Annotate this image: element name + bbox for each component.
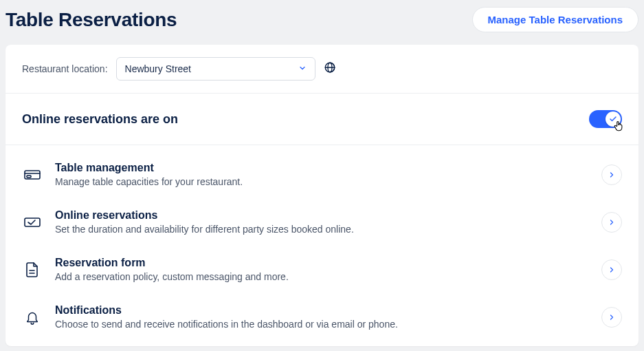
list-title: Reservation form [55, 257, 589, 269]
location-selected-value: Newbury Street [125, 63, 191, 74]
settings-card: Restaurant location: Newbury Street Onli… [5, 45, 639, 346]
list-text: Notifications Choose to send and receive… [55, 304, 589, 330]
form-icon [22, 262, 43, 278]
list-desc: Set the duration and availability for di… [55, 224, 589, 235]
toggle-knob [606, 111, 621, 127]
list-desc: Add a reservation policy, custom messagi… [55, 271, 589, 282]
chevron-right-icon [601, 164, 622, 185]
chevron-right-icon [601, 212, 622, 233]
list-title: Online reservations [55, 209, 589, 222]
list-title: Table management [55, 162, 589, 174]
toggle-label: Online reservations are on [22, 112, 178, 127]
check-icon [609, 115, 617, 123]
online-reservations-item[interactable]: Online reservations Set the duration and… [5, 198, 639, 246]
calendar-check-icon [22, 215, 43, 229]
chevron-right-icon [601, 307, 622, 328]
manage-reservations-button[interactable]: Manage Table Reservations [472, 7, 639, 32]
list-text: Reservation form Add a reservation polic… [55, 257, 589, 282]
table-icon [22, 168, 43, 182]
reservation-form-item[interactable]: Reservation form Add a reservation polic… [5, 246, 639, 293]
table-management-item[interactable]: Table management Manage table capacities… [5, 151, 639, 198]
idea-icon[interactable] [324, 61, 336, 76]
list-text: Online reservations Set the duration and… [55, 209, 589, 235]
online-reservations-toggle-row: Online reservations are on [5, 94, 639, 145]
online-reservations-toggle[interactable] [589, 110, 622, 128]
bell-icon [22, 309, 43, 326]
chevron-down-icon [298, 63, 307, 75]
location-row: Restaurant location: Newbury Street [5, 45, 639, 94]
settings-list: Table management Manage table capacities… [5, 145, 639, 346]
location-select[interactable]: Newbury Street [116, 57, 315, 81]
list-text: Table management Manage table capacities… [55, 162, 589, 187]
list-desc: Manage table capacities for your restaur… [55, 176, 589, 187]
list-desc: Choose to send and receive notifications… [55, 319, 589, 330]
page-title: Table Reservations [5, 9, 177, 31]
svg-rect-5 [27, 176, 31, 178]
chevron-right-icon [601, 259, 622, 280]
notifications-item[interactable]: Notifications Choose to send and receive… [5, 293, 639, 341]
location-label: Restaurant location: [22, 63, 108, 74]
list-title: Notifications [55, 304, 589, 317]
